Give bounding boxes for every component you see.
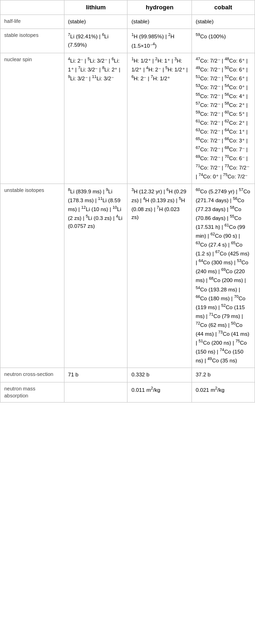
table-row: half-life(stable)(stable)(stable) bbox=[0, 15, 255, 29]
cell-cobalt-5: 0.021 m2/kg bbox=[191, 382, 255, 403]
cell-cobalt-2: 47Co: 7/2⁻ | 48Co: 6⁺ | 49Co: 7/2⁻ | 50C… bbox=[191, 53, 255, 184]
cell-lithium-3: 8Li (839.9 ms) | 9Li (178.3 ms) | 11Li (… bbox=[64, 184, 128, 368]
cell-lithium-2: 4Li: 2⁻ | 5Li: 3/2⁻ | 6Li: 1⁺ | 7Li: 3/2… bbox=[64, 53, 128, 184]
row-label-nuclear-spin: nuclear spin bbox=[0, 53, 64, 184]
cell-lithium-1: 7Li (92.41%) | 6Li (7.59%) bbox=[64, 29, 128, 53]
cell-hydrogen-5: 0.011 m2/kg bbox=[128, 382, 191, 403]
table-row: stable isotopes7Li (92.41%) | 6Li (7.59%… bbox=[0, 29, 255, 53]
table-row: neutron cross-section71 b0.332 b37.2 b bbox=[0, 368, 255, 382]
cell-lithium-5 bbox=[64, 382, 128, 403]
table-row: neutron mass absorption0.011 m2/kg0.021 … bbox=[0, 382, 255, 403]
cell-cobalt-4: 37.2 b bbox=[191, 368, 255, 382]
cell-cobalt-3: 60Co (5.2749 yr) | 57Co (271.74 days) | … bbox=[191, 184, 255, 368]
row-label-half-life: half-life bbox=[0, 15, 64, 29]
cell-hydrogen-1: 1H (99.985%) | 2H (1.5×10⁻4) bbox=[128, 29, 191, 53]
cell-hydrogen-4: 0.332 b bbox=[128, 368, 191, 382]
col-header-lithium: lithium bbox=[64, 0, 128, 15]
col-header-empty bbox=[0, 0, 64, 15]
cell-hydrogen-2: 1H: 1/2⁺ | 2H: 1⁺ | 3H: 1/2⁺ | 4H: 2⁻ | … bbox=[128, 53, 191, 184]
cell-lithium-4: 71 b bbox=[64, 368, 128, 382]
cell-hydrogen-3: 3H (12.32 yr) | 6H (0.29 zs) | 4H (0.139… bbox=[128, 184, 191, 368]
row-label-stable-isotopes: stable isotopes bbox=[0, 29, 64, 53]
cell-lithium-0: (stable) bbox=[64, 15, 128, 29]
table-row: unstable isotopes8Li (839.9 ms) | 9Li (1… bbox=[0, 184, 255, 368]
row-label-unstable-isotopes: unstable isotopes bbox=[0, 184, 64, 368]
cell-cobalt-0: (stable) bbox=[191, 15, 255, 29]
table-row: nuclear spin4Li: 2⁻ | 5Li: 3/2⁻ | 6Li: 1… bbox=[0, 53, 255, 184]
row-label-neutron-mass-absorption: neutron mass absorption bbox=[0, 382, 64, 403]
col-header-cobalt: cobalt bbox=[191, 0, 255, 15]
row-label-neutron-cross-section: neutron cross-section bbox=[0, 368, 64, 382]
cell-hydrogen-0: (stable) bbox=[128, 15, 191, 29]
cell-cobalt-1: 59Co (100%) bbox=[191, 29, 255, 53]
col-header-hydrogen: hydrogen bbox=[128, 0, 191, 15]
